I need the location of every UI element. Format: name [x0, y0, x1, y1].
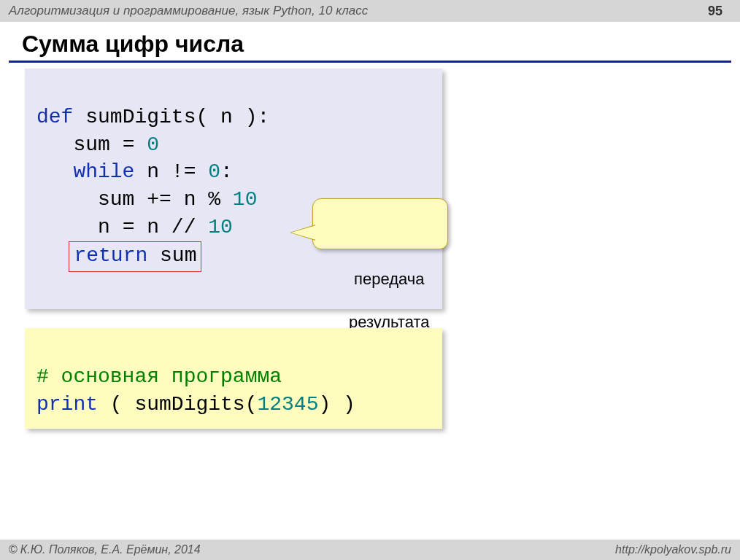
- op-ne: !=: [159, 160, 208, 183]
- page-title: Сумма цифр числа: [22, 31, 740, 59]
- call-open: ( sumDigits(: [98, 393, 257, 416]
- num-zero2: 0: [208, 160, 220, 183]
- num-ten2: 10: [208, 216, 233, 238]
- kw-while: while: [36, 160, 134, 183]
- fn-signature: sumDigits( n ):: [73, 106, 269, 128]
- return-box: return sum: [69, 241, 201, 272]
- kw-print: print: [36, 393, 98, 416]
- callout-line1: передача: [354, 270, 424, 288]
- return-val: sum: [147, 244, 196, 267]
- header-bar: Алгоритмизация и программирование, язык …: [0, 0, 740, 22]
- callout-tail: [291, 225, 316, 240]
- op-eq2: =: [110, 216, 147, 238]
- footer-bar: ©К.Ю. Поляков, Е.А. Ерёмин, 2014 http://…: [0, 540, 740, 560]
- num-zero: 0: [147, 133, 159, 156]
- expr-div: n //: [147, 216, 208, 238]
- footer-right: http://kpolyakov.spb.ru: [615, 543, 731, 556]
- page-number: 95: [708, 4, 731, 19]
- title-rule: [9, 61, 731, 63]
- num-arg: 12345: [257, 393, 318, 416]
- code-block-function: def sumDigits( n ): sum = 0 while n != 0…: [25, 69, 442, 309]
- copyright-icon: ©: [9, 543, 18, 556]
- num-ten: 10: [233, 188, 258, 211]
- call-close: ) ): [318, 393, 355, 416]
- op-pluseq: +=: [134, 188, 183, 211]
- var-sum: sum: [36, 133, 110, 156]
- colon: :: [220, 160, 233, 183]
- footer-left: ©К.Ю. Поляков, Е.А. Ерёмин, 2014: [9, 543, 201, 556]
- expr-mod: n %: [184, 188, 233, 211]
- comment: # основная программа: [36, 365, 282, 388]
- var-n: n: [134, 160, 159, 183]
- callout-bubble: передача результата: [312, 198, 448, 249]
- kw-return: return: [74, 244, 147, 267]
- code-block-main: # основная программа print ( sumDigits(1…: [25, 328, 442, 428]
- kw-def: def: [36, 106, 73, 128]
- var-n2: n: [36, 216, 110, 238]
- op-eq: =: [110, 133, 147, 156]
- footer-authors: К.Ю. Поляков, Е.А. Ерёмин, 2014: [20, 543, 201, 556]
- var-sum2: sum: [36, 188, 134, 211]
- header-title: Алгоритмизация и программирование, язык …: [9, 4, 368, 18]
